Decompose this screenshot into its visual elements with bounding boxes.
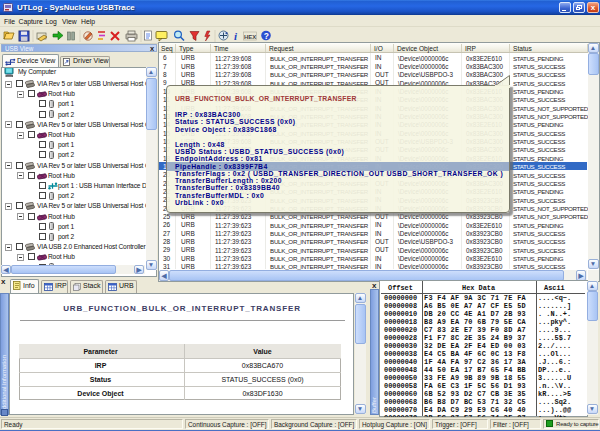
svg-text:HEX: HEX	[244, 34, 256, 40]
svg-text:i: i	[234, 30, 238, 42]
svg-text:?: ?	[264, 31, 269, 41]
